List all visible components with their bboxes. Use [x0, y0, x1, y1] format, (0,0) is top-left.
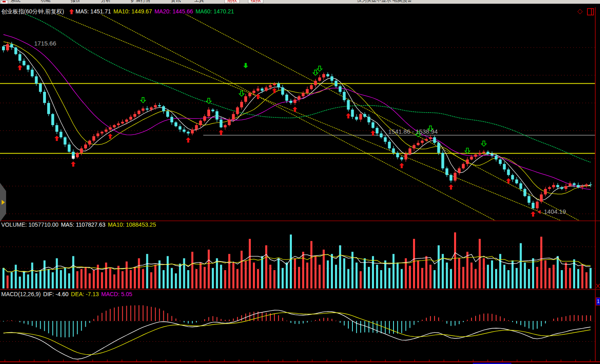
candle: [347, 100, 350, 110]
candle: [146, 108, 149, 110]
volume-bar: [475, 269, 477, 288]
candle: [446, 168, 448, 175]
volume-bar: [507, 270, 509, 288]
candle: [80, 148, 83, 153]
volume-bar: [105, 262, 107, 288]
volume-bar: [150, 272, 152, 288]
volume-bar: [183, 258, 185, 288]
candle: [491, 154, 493, 156]
volume-bar: [76, 271, 78, 288]
volume-bar: [2, 268, 4, 288]
volume-bar: [462, 267, 464, 288]
volume-bar: [434, 270, 436, 288]
candle: [478, 153, 481, 154]
candle: [511, 175, 514, 180]
volume-bar: [446, 262, 448, 288]
buy-arrow-icon: [54, 136, 59, 141]
volume-bar: [323, 249, 325, 288]
candle: [170, 117, 173, 123]
window-layout-icon[interactable]: [587, 8, 594, 15]
volume-bar: [306, 262, 308, 288]
sell-arrow-hollow-icon: [481, 141, 486, 146]
candle: [27, 65, 30, 70]
price-label-low: 1404.19: [544, 208, 566, 215]
price-label-range: 1541.86 - 1538.94: [388, 128, 438, 135]
sell-arrow-hollow-icon: [465, 148, 470, 153]
candle: [326, 74, 329, 76]
volume-bar: [163, 270, 165, 288]
candle: [277, 84, 280, 88]
volume-bar: [19, 277, 21, 288]
volume-bar: [52, 272, 54, 288]
volume-bar: [483, 258, 485, 288]
ma5-line: [4, 46, 591, 201]
pane-count-badge[interactable]: 1: [596, 297, 600, 306]
candle: [220, 119, 222, 127]
candle: [109, 127, 112, 129]
volume-bar: [327, 260, 329, 288]
volume-bar: [511, 260, 513, 288]
volume-bar: [294, 258, 296, 288]
volume-bar: [113, 275, 115, 289]
candle: [330, 76, 333, 81]
candle: [429, 137, 432, 139]
low-marker-icon: [537, 210, 541, 214]
candle: [339, 86, 341, 92]
candle: [199, 121, 202, 125]
chart-canvas[interactable]: 1715.661541.86 - 1538.941404.19: [0, 0, 600, 364]
sell-arrow-hollow-icon: [239, 91, 244, 96]
volume-ma5-value: MA5: 1107827.63: [61, 221, 106, 228]
candle: [137, 110, 140, 114]
candle: [495, 156, 498, 160]
candle: [310, 85, 313, 89]
volume-bar: [224, 270, 226, 288]
volume-bar: [438, 245, 440, 288]
ma20-line: [4, 35, 591, 189]
volume-bar: [503, 265, 505, 288]
candle: [203, 116, 206, 121]
candle: [121, 122, 124, 124]
price-pane: 1715.661541.86 - 1538.941404.19: [0, 0, 595, 225]
volume-bar: [413, 239, 415, 288]
candle: [43, 92, 46, 103]
candle: [573, 183, 576, 185]
candle: [117, 124, 120, 125]
sell-arrow-hollow-icon: [141, 98, 146, 103]
candle: [581, 186, 584, 187]
frame-layer: [0, 7, 600, 364]
volume-bar: [179, 264, 181, 288]
candle: [450, 175, 452, 181]
volume-header: VOLUME: 1057710.00MA5: 1107827.63MA10: 1…: [1, 221, 159, 228]
volume-bar: [43, 260, 46, 288]
candle: [359, 114, 362, 120]
candle: [39, 84, 42, 92]
volume-bar: [302, 252, 304, 288]
volume-bar: [491, 260, 493, 288]
candle: [528, 196, 530, 203]
candle: [215, 111, 218, 119]
volume-bar: [339, 245, 341, 288]
candle: [285, 95, 288, 101]
candle: [355, 117, 358, 120]
candle: [417, 143, 420, 145]
volume-bar: [56, 258, 58, 288]
candle: [261, 89, 263, 91]
ma60-value: MA60: 1470.21: [196, 8, 234, 15]
candle: [483, 152, 485, 153]
macd-pane: [0, 305, 595, 359]
volume-bar: [319, 265, 321, 288]
volume-bar: [175, 273, 177, 288]
candle: [166, 111, 169, 117]
volume-bar: [191, 252, 193, 288]
volume-bar: [487, 265, 489, 288]
volume-bar: [548, 268, 550, 288]
candle: [257, 89, 259, 91]
candle: [400, 157, 403, 159]
candle: [458, 168, 461, 173]
volume-bar: [532, 258, 534, 288]
volume-bar: [85, 267, 87, 288]
volume-bar: [376, 265, 378, 288]
diamond-icon[interactable]: ◇: [577, 7, 583, 15]
volume-bar: [245, 260, 247, 288]
volume-bar: [39, 270, 41, 288]
